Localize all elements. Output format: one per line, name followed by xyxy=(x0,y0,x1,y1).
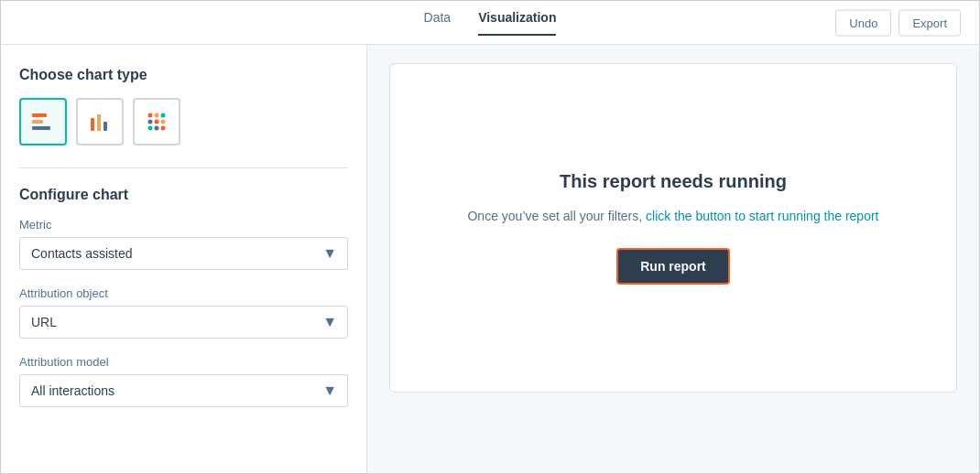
export-button[interactable]: Export xyxy=(898,9,961,36)
attribution-model-select[interactable]: All interactions xyxy=(19,374,348,407)
divider-1 xyxy=(19,167,348,168)
svg-point-8 xyxy=(161,113,166,118)
tab-visualization[interactable]: Visualization xyxy=(478,10,556,36)
metric-select[interactable]: Contacts assisted xyxy=(19,237,348,270)
report-subtitle-link: click the button to start running the re… xyxy=(646,209,878,223)
svg-point-9 xyxy=(148,120,153,124)
chart-type-row xyxy=(19,98,348,145)
metric-field-group: Metric Contacts assisted ▼ xyxy=(19,218,348,270)
chart-type-grid[interactable] xyxy=(133,98,180,145)
attribution-model-field-group: Attribution model All interactions ▼ xyxy=(19,355,348,407)
svg-point-14 xyxy=(161,126,166,131)
undo-button[interactable]: Undo xyxy=(835,9,891,36)
choose-chart-type-title: Choose chart type xyxy=(19,67,348,83)
svg-rect-0 xyxy=(32,113,47,117)
report-card-title: This report needs running xyxy=(560,171,787,192)
svg-point-13 xyxy=(155,126,159,131)
svg-rect-5 xyxy=(103,122,107,131)
svg-point-10 xyxy=(155,120,159,124)
attribution-object-select[interactable]: URL xyxy=(19,306,348,339)
svg-rect-4 xyxy=(97,114,101,131)
report-subtitle-text: Once you’ve set all your filters, xyxy=(467,209,642,223)
attribution-model-label: Attribution model xyxy=(19,355,348,369)
report-card: This report needs running Once you’ve se… xyxy=(389,63,957,393)
svg-rect-1 xyxy=(32,120,43,124)
svg-point-7 xyxy=(155,113,159,118)
top-nav: Data Visualization Undo Export xyxy=(1,1,979,45)
svg-rect-2 xyxy=(32,126,50,130)
nav-tabs: Data Visualization xyxy=(424,10,557,36)
report-card-subtitle: Once you’ve set all your filters, click … xyxy=(467,207,878,226)
configure-chart-title: Configure chart xyxy=(19,187,348,203)
svg-point-11 xyxy=(161,120,166,124)
chart-type-horizontal-bar[interactable] xyxy=(19,98,67,145)
svg-rect-3 xyxy=(91,118,94,131)
run-report-button[interactable]: Run report xyxy=(616,248,730,285)
svg-point-12 xyxy=(148,126,153,131)
chart-type-vertical-bar[interactable] xyxy=(76,98,124,145)
metric-label: Metric xyxy=(19,218,348,232)
attribution-object-label: Attribution object xyxy=(19,286,348,300)
main-layout: Choose chart type xyxy=(1,45,979,474)
attribution-object-field-group: Attribution object URL ▼ xyxy=(19,286,348,339)
svg-point-6 xyxy=(148,113,153,118)
left-panel: Choose chart type xyxy=(1,45,367,474)
nav-actions: Undo Export xyxy=(835,9,961,36)
attribution-object-select-wrapper: URL ▼ xyxy=(19,306,348,339)
attribution-model-select-wrapper: All interactions ▼ xyxy=(19,374,348,407)
metric-select-wrapper: Contacts assisted ▼ xyxy=(19,237,348,270)
right-panel: This report needs running Once you’ve se… xyxy=(367,45,979,474)
tab-data[interactable]: Data xyxy=(424,10,452,36)
